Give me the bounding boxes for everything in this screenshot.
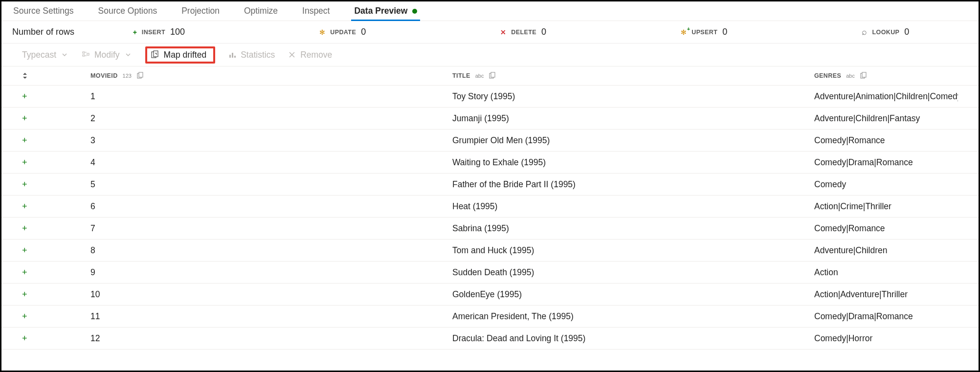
- table-row[interactable]: +4Waiting to Exhale (1995)Comedy|Drama|R…: [1, 152, 979, 174]
- table-row[interactable]: +12Dracula: Dead and Loving It (1995)Com…: [1, 328, 979, 350]
- grid-header: MOVIEID 123 TITLE abc GENRES abc: [1, 66, 979, 86]
- cell-title: Sabrina (1995): [452, 223, 814, 234]
- row-insert-icon: +: [22, 179, 90, 190]
- cell-genres: Action|Adventure|Thriller: [814, 289, 958, 300]
- stat-label: UPDATE: [330, 29, 356, 36]
- row-insert-icon: +: [22, 201, 90, 212]
- cell-movieid: 1: [90, 91, 452, 102]
- row-insert-icon: +: [22, 267, 90, 278]
- stat-value: 0: [541, 27, 546, 37]
- column-action-icon[interactable]: [136, 72, 144, 80]
- table-row[interactable]: +1Toy Story (1995)Adventure|Animation|Ch…: [1, 86, 979, 108]
- svg-rect-7: [234, 56, 236, 58]
- row-insert-icon: +: [22, 223, 90, 234]
- cell-movieid: 5: [90, 179, 452, 190]
- row-insert-icon: +: [22, 289, 90, 300]
- cell-title: Waiting to Exhale (1995): [452, 157, 814, 168]
- number-of-rows-label: Number of rows: [12, 27, 74, 37]
- button-label: Remove: [300, 50, 332, 60]
- table-row[interactable]: +3Grumpier Old Men (1995)Comedy|Romance: [1, 130, 979, 152]
- statistics-button[interactable]: Statistics: [228, 50, 275, 60]
- cell-genres: Comedy|Drama|Romance: [814, 311, 958, 322]
- table-row[interactable]: +5Father of the Bride Part II (1995)Come…: [1, 174, 979, 196]
- map-drifted-button[interactable]: Map drifted: [145, 46, 216, 64]
- column-label: TITLE: [452, 72, 470, 79]
- typecast-button[interactable]: Typecast: [22, 50, 69, 60]
- stat-insert: + INSERT 100: [133, 27, 185, 37]
- cell-title: GoldenEye (1995): [452, 289, 814, 300]
- cell-genres: Adventure|Children: [814, 245, 958, 256]
- preview-toolbar: Typecast Modify Map drifted Statistics R…: [1, 44, 979, 66]
- search-icon: ⌕: [862, 27, 867, 37]
- cell-movieid: 9: [90, 267, 452, 278]
- table-row[interactable]: +2Jumanji (1995)Adventure|Children|Fanta…: [1, 108, 979, 130]
- cell-title: Grumpier Old Men (1995): [452, 135, 814, 146]
- row-insert-icon: +: [22, 311, 90, 322]
- cell-title: Dracula: Dead and Loving It (1995): [452, 333, 814, 344]
- cell-title: Father of the Bride Part II (1995): [452, 179, 814, 190]
- row-insert-icon: +: [22, 113, 90, 124]
- cell-movieid: 6: [90, 201, 452, 212]
- table-row[interactable]: +9Sudden Death (1995)Action: [1, 262, 979, 284]
- stat-value: 100: [170, 27, 185, 37]
- chevron-down-icon: [60, 50, 69, 59]
- column-type-tag: abc: [475, 73, 484, 79]
- stat-label: INSERT: [142, 29, 165, 36]
- column-action-icon[interactable]: [489, 72, 496, 80]
- column-header-title[interactable]: TITLE abc: [452, 72, 814, 80]
- tab-data-preview[interactable]: Data Preview: [351, 1, 420, 21]
- svg-rect-5: [229, 55, 231, 58]
- table-row[interactable]: +8Tom and Huck (1995)Adventure|Children: [1, 240, 979, 262]
- remove-button[interactable]: Remove: [288, 50, 332, 60]
- close-icon: [288, 50, 296, 59]
- tab-source-options[interactable]: Source Options: [95, 1, 160, 21]
- tab-optimize[interactable]: Optimize: [241, 1, 281, 21]
- table-row[interactable]: +7Sabrina (1995)Comedy|Romance: [1, 218, 979, 240]
- svg-rect-9: [139, 72, 143, 77]
- tab-label: Source Settings: [13, 6, 74, 16]
- stat-value: 0: [722, 27, 727, 37]
- tab-label: Source Options: [98, 6, 157, 16]
- column-header-movieid[interactable]: MOVIEID 123: [90, 72, 452, 80]
- asterisk-icon: ✻: [319, 28, 325, 36]
- cell-movieid: 8: [90, 245, 452, 256]
- x-icon: ✕: [500, 28, 506, 36]
- svg-rect-13: [862, 72, 866, 77]
- stats-bar: Number of rows + INSERT 100 ✻ UPDATE 0 ✕…: [1, 21, 979, 44]
- tab-label: Inspect: [302, 6, 330, 16]
- column-label: MOVIEID: [90, 72, 118, 79]
- svg-rect-2: [87, 53, 89, 55]
- cell-title: Heat (1995): [452, 201, 814, 212]
- stat-upsert: ✻+ UPSERT 0: [681, 27, 727, 37]
- modify-button[interactable]: Modify: [82, 50, 133, 60]
- cell-title: Toy Story (1995): [452, 91, 814, 102]
- button-label: Map drifted: [164, 50, 207, 60]
- cell-title: American President, The (1995): [452, 311, 814, 322]
- svg-rect-6: [232, 53, 233, 58]
- cell-genres: Adventure|Animation|Children|Comedy|Fant…: [814, 91, 958, 102]
- plus-icon: +: [133, 28, 137, 36]
- sort-column-header[interactable]: [22, 72, 90, 79]
- cell-title: Jumanji (1995): [452, 113, 814, 124]
- column-header-genres[interactable]: GENRES abc: [814, 72, 958, 80]
- tab-source-settings[interactable]: Source Settings: [10, 1, 77, 21]
- stat-value: 0: [904, 27, 909, 37]
- table-row[interactable]: +11American President, The (1995)Comedy|…: [1, 306, 979, 328]
- tab-label: Optimize: [244, 6, 278, 16]
- table-row[interactable]: +10GoldenEye (1995)Action|Adventure|Thri…: [1, 284, 979, 306]
- row-insert-icon: +: [22, 333, 90, 344]
- upsert-icon: ✻+: [681, 28, 687, 36]
- tab-bar: Source Settings Source Options Projectio…: [1, 1, 979, 21]
- cell-movieid: 4: [90, 157, 452, 168]
- data-grid: MOVIEID 123 TITLE abc GENRES abc +1Toy S…: [1, 66, 979, 350]
- table-row[interactable]: +6Heat (1995)Action|Crime|Thriller: [1, 196, 979, 218]
- map-drifted-icon: [151, 50, 160, 59]
- button-label: Statistics: [241, 50, 275, 60]
- column-type-tag: 123: [123, 73, 132, 79]
- column-action-icon[interactable]: [860, 72, 868, 80]
- cell-genres: Comedy|Romance: [814, 135, 958, 146]
- row-insert-icon: +: [22, 135, 90, 146]
- tab-inspect[interactable]: Inspect: [299, 1, 333, 21]
- tab-projection[interactable]: Projection: [178, 1, 223, 21]
- stat-value: 0: [361, 27, 366, 37]
